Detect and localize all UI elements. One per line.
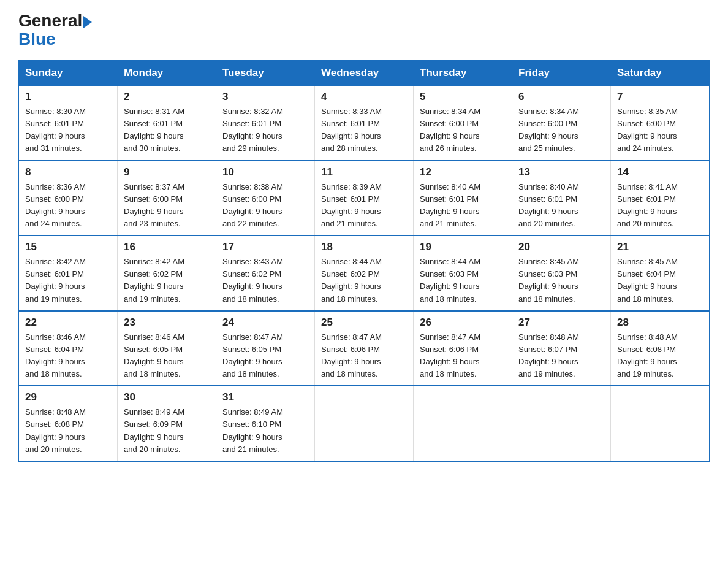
week-row-4: 22Sunrise: 8:46 AMSunset: 6:04 PMDayligh…: [19, 311, 710, 386]
day-number: 31: [222, 391, 308, 404]
day-cell: 5Sunrise: 8:34 AMSunset: 6:00 PMDaylight…: [414, 86, 512, 161]
day-cell: 17Sunrise: 8:43 AMSunset: 6:02 PMDayligh…: [216, 236, 315, 311]
day-cell: 29Sunrise: 8:48 AMSunset: 6:08 PMDayligh…: [19, 386, 118, 461]
day-number: 13: [518, 166, 604, 178]
col-header-sunday: Sunday: [19, 61, 118, 86]
day-cell: 30Sunrise: 8:49 AMSunset: 6:09 PMDayligh…: [118, 386, 216, 461]
day-info: Sunrise: 8:30 AMSunset: 6:01 PMDaylight:…: [25, 105, 111, 155]
col-header-wednesday: Wednesday: [315, 61, 414, 86]
day-number: 20: [518, 241, 604, 253]
day-cell: 22Sunrise: 8:46 AMSunset: 6:04 PMDayligh…: [19, 311, 118, 386]
day-cell: 6Sunrise: 8:34 AMSunset: 6:00 PMDaylight…: [512, 86, 611, 161]
day-cell: 14Sunrise: 8:41 AMSunset: 6:01 PMDayligh…: [611, 161, 710, 236]
day-info: Sunrise: 8:47 AMSunset: 6:06 PMDaylight:…: [420, 331, 506, 381]
day-info: Sunrise: 8:46 AMSunset: 6:05 PMDaylight:…: [124, 331, 210, 381]
day-cell: 31Sunrise: 8:49 AMSunset: 6:10 PMDayligh…: [216, 386, 315, 461]
day-cell: 23Sunrise: 8:46 AMSunset: 6:05 PMDayligh…: [118, 311, 216, 386]
day-number: 24: [222, 316, 308, 329]
col-header-tuesday: Tuesday: [216, 61, 315, 86]
day-info: Sunrise: 8:45 AMSunset: 6:04 PMDaylight:…: [617, 256, 703, 305]
day-info: Sunrise: 8:32 AMSunset: 6:01 PMDaylight:…: [222, 105, 308, 155]
day-number: 3: [222, 91, 308, 103]
day-cell: [611, 386, 710, 461]
day-cell: 24Sunrise: 8:47 AMSunset: 6:05 PMDayligh…: [216, 311, 315, 386]
day-info: Sunrise: 8:48 AMSunset: 6:08 PMDaylight:…: [25, 406, 111, 456]
day-info: Sunrise: 8:37 AMSunset: 6:00 PMDaylight:…: [124, 181, 210, 231]
day-cell: 7Sunrise: 8:35 AMSunset: 6:00 PMDaylight…: [611, 86, 710, 161]
day-number: 23: [124, 316, 210, 329]
day-number: 17: [222, 241, 308, 253]
logo-blue: Blue: [18, 31, 56, 48]
day-info: Sunrise: 8:47 AMSunset: 6:05 PMDaylight:…: [222, 331, 308, 381]
day-cell: 18Sunrise: 8:44 AMSunset: 6:02 PMDayligh…: [315, 236, 414, 311]
day-number: 7: [617, 91, 703, 103]
day-cell: 28Sunrise: 8:48 AMSunset: 6:08 PMDayligh…: [611, 311, 710, 386]
day-cell: 4Sunrise: 8:33 AMSunset: 6:01 PMDaylight…: [315, 86, 414, 161]
day-cell: 13Sunrise: 8:40 AMSunset: 6:01 PMDayligh…: [512, 161, 611, 236]
day-info: Sunrise: 8:43 AMSunset: 6:02 PMDaylight:…: [222, 256, 308, 305]
logo: General Blue: [18, 12, 92, 48]
logo-general: General: [18, 12, 92, 29]
day-cell: 11Sunrise: 8:39 AMSunset: 6:01 PMDayligh…: [315, 161, 414, 236]
day-number: 19: [420, 241, 506, 253]
week-row-3: 15Sunrise: 8:42 AMSunset: 6:01 PMDayligh…: [19, 236, 710, 311]
day-cell: [512, 386, 611, 461]
day-cell: [315, 386, 414, 461]
day-number: 15: [25, 241, 111, 253]
day-cell: 20Sunrise: 8:45 AMSunset: 6:03 PMDayligh…: [512, 236, 611, 311]
day-info: Sunrise: 8:36 AMSunset: 6:00 PMDaylight:…: [25, 181, 111, 231]
day-info: Sunrise: 8:38 AMSunset: 6:00 PMDaylight:…: [222, 181, 308, 231]
day-info: Sunrise: 8:40 AMSunset: 6:01 PMDaylight:…: [420, 181, 506, 231]
day-number: 16: [124, 241, 210, 253]
col-header-thursday: Thursday: [414, 61, 512, 86]
calendar-header-row: SundayMondayTuesdayWednesdayThursdayFrid…: [19, 61, 710, 86]
day-cell: 1Sunrise: 8:30 AMSunset: 6:01 PMDaylight…: [19, 86, 118, 161]
day-info: Sunrise: 8:41 AMSunset: 6:01 PMDaylight:…: [617, 181, 703, 231]
day-number: 25: [321, 316, 407, 329]
col-header-monday: Monday: [118, 61, 216, 86]
day-number: 2: [124, 91, 210, 103]
day-number: 5: [420, 91, 506, 103]
day-info: Sunrise: 8:31 AMSunset: 6:01 PMDaylight:…: [124, 105, 210, 155]
day-cell: 2Sunrise: 8:31 AMSunset: 6:01 PMDaylight…: [118, 86, 216, 161]
col-header-saturday: Saturday: [611, 61, 710, 86]
day-cell: 26Sunrise: 8:47 AMSunset: 6:06 PMDayligh…: [414, 311, 512, 386]
day-info: Sunrise: 8:42 AMSunset: 6:02 PMDaylight:…: [124, 256, 210, 305]
week-row-5: 29Sunrise: 8:48 AMSunset: 6:08 PMDayligh…: [19, 386, 710, 461]
day-number: 12: [420, 166, 506, 178]
day-number: 27: [518, 316, 604, 329]
day-cell: 10Sunrise: 8:38 AMSunset: 6:00 PMDayligh…: [216, 161, 315, 236]
day-cell: 27Sunrise: 8:48 AMSunset: 6:07 PMDayligh…: [512, 311, 611, 386]
day-cell: 8Sunrise: 8:36 AMSunset: 6:00 PMDaylight…: [19, 161, 118, 236]
col-header-friday: Friday: [512, 61, 611, 86]
day-number: 21: [617, 241, 703, 253]
day-info: Sunrise: 8:49 AMSunset: 6:09 PMDaylight:…: [124, 406, 210, 456]
day-number: 9: [124, 166, 210, 178]
page-header: General Blue: [18, 12, 710, 48]
day-number: 4: [321, 91, 407, 103]
day-info: Sunrise: 8:46 AMSunset: 6:04 PMDaylight:…: [25, 331, 111, 381]
day-number: 22: [25, 316, 111, 329]
day-cell: 9Sunrise: 8:37 AMSunset: 6:00 PMDaylight…: [118, 161, 216, 236]
day-info: Sunrise: 8:44 AMSunset: 6:02 PMDaylight:…: [321, 256, 407, 305]
day-cell: 21Sunrise: 8:45 AMSunset: 6:04 PMDayligh…: [611, 236, 710, 311]
day-info: Sunrise: 8:44 AMSunset: 6:03 PMDaylight:…: [420, 256, 506, 305]
day-info: Sunrise: 8:34 AMSunset: 6:00 PMDaylight:…: [518, 105, 604, 155]
day-info: Sunrise: 8:42 AMSunset: 6:01 PMDaylight:…: [25, 256, 111, 305]
day-info: Sunrise: 8:47 AMSunset: 6:06 PMDaylight:…: [321, 331, 407, 381]
day-number: 28: [617, 316, 703, 329]
week-row-2: 8Sunrise: 8:36 AMSunset: 6:00 PMDaylight…: [19, 161, 710, 236]
day-cell: 16Sunrise: 8:42 AMSunset: 6:02 PMDayligh…: [118, 236, 216, 311]
day-info: Sunrise: 8:49 AMSunset: 6:10 PMDaylight:…: [222, 406, 308, 456]
day-number: 26: [420, 316, 506, 329]
day-number: 1: [25, 91, 111, 103]
day-info: Sunrise: 8:35 AMSunset: 6:00 PMDaylight:…: [617, 105, 703, 155]
day-info: Sunrise: 8:39 AMSunset: 6:01 PMDaylight:…: [321, 181, 407, 231]
day-info: Sunrise: 8:45 AMSunset: 6:03 PMDaylight:…: [518, 256, 604, 305]
day-info: Sunrise: 8:48 AMSunset: 6:07 PMDaylight:…: [518, 331, 604, 381]
day-cell: 15Sunrise: 8:42 AMSunset: 6:01 PMDayligh…: [19, 236, 118, 311]
day-info: Sunrise: 8:48 AMSunset: 6:08 PMDaylight:…: [617, 331, 703, 381]
calendar-table: SundayMondayTuesdayWednesdayThursdayFrid…: [18, 60, 710, 462]
day-cell: 25Sunrise: 8:47 AMSunset: 6:06 PMDayligh…: [315, 311, 414, 386]
day-number: 18: [321, 241, 407, 253]
